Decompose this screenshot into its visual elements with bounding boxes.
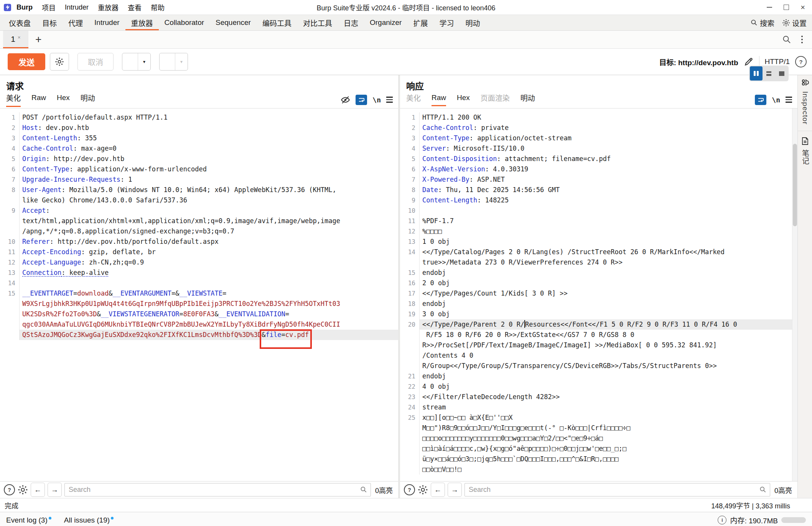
inspector-tab[interactable]: Inspector bbox=[801, 91, 809, 125]
history-forward-group[interactable]: > ▾ bbox=[159, 53, 188, 71]
line-number: 1 bbox=[400, 112, 420, 123]
line-number: 9 bbox=[0, 205, 20, 216]
show-newlines-toggle[interactable]: \n bbox=[772, 96, 780, 104]
menu-burp[interactable]: Burp bbox=[16, 3, 37, 12]
request-editor[interactable]: 1POST /portfolio/default.aspx HTTP/1.12H… bbox=[0, 108, 398, 481]
tab-logger[interactable]: 日志 bbox=[338, 15, 364, 30]
code-segment: Upgrade-Insecure-Requests bbox=[22, 176, 120, 183]
line-number: 6 bbox=[0, 164, 20, 174]
code-line bbox=[420, 205, 797, 216]
editor-menu-icon[interactable] bbox=[386, 97, 393, 102]
menu-view[interactable]: 查看 bbox=[123, 2, 146, 12]
tab-collaborator[interactable]: Collaborator bbox=[159, 15, 210, 30]
event-log-button[interactable]: Event log (3) bbox=[6, 516, 50, 524]
tab-target[interactable]: 目标 bbox=[36, 15, 63, 30]
code-line: <</Type/Pages/Count 1/Kids[ 3 0 R] >> bbox=[420, 288, 797, 299]
add-tab-button[interactable]: + bbox=[35, 31, 41, 48]
history-back-dropdown[interactable]: ▾ bbox=[138, 53, 150, 70]
settings-button[interactable]: 设置 bbox=[782, 18, 807, 28]
word-wrap-toggle[interactable] bbox=[356, 95, 367, 105]
tab-extensions[interactable]: 扩展 bbox=[407, 15, 433, 30]
tab-organizer[interactable]: Organizer bbox=[364, 15, 407, 30]
hide-eye-icon[interactable] bbox=[341, 95, 350, 105]
send-settings-button[interactable] bbox=[50, 53, 69, 71]
response-title: 响应 bbox=[406, 79, 797, 91]
response-editor[interactable]: 1HTTP/1.1 200 OK2Cache-Control: private3… bbox=[400, 108, 797, 481]
maximize-button[interactable] bbox=[784, 5, 789, 10]
search-next-button[interactable]: → bbox=[448, 483, 462, 497]
history-forward-dropdown[interactable]: ▾ bbox=[175, 53, 188, 70]
request-tab-pretty[interactable]: 美化 bbox=[6, 92, 21, 107]
tab-sequencer[interactable]: Sequencer bbox=[210, 15, 257, 30]
all-issues-button[interactable]: All issues (19) bbox=[64, 516, 112, 524]
close-button[interactable]: × bbox=[800, 3, 805, 11]
tab-close-icon[interactable]: × bbox=[18, 35, 21, 40]
response-tab-pretty[interactable]: 美化 bbox=[406, 92, 421, 107]
search-help-icon[interactable]: ? bbox=[4, 484, 15, 495]
tab-learn[interactable]: 学习 bbox=[433, 15, 460, 30]
tab-comparer[interactable]: 对比工具 bbox=[297, 15, 338, 30]
line-number: 5 bbox=[0, 154, 20, 164]
code-line: □□□□o□□□□□□□y□□□□□□□0□□wg□□□a□Y□2/□□<"□e… bbox=[420, 433, 797, 444]
menu-project[interactable]: 项目 bbox=[37, 2, 60, 12]
help-icon[interactable]: ? bbox=[795, 56, 807, 67]
scrollbar-thumb[interactable] bbox=[793, 144, 797, 226]
response-tab-hex[interactable]: Hex bbox=[457, 94, 470, 106]
code-segment: = bbox=[222, 289, 226, 297]
request-search-input[interactable] bbox=[64, 483, 371, 496]
layout-rows-button[interactable] bbox=[763, 66, 775, 81]
code-row: ü□y×□□á□□ó□3□;□jq□5h□□□`□DQ□□□I□□□,□□□^□… bbox=[400, 454, 797, 464]
tab-decoder[interactable]: 编码工具 bbox=[257, 15, 297, 30]
send-button[interactable]: 发送 bbox=[8, 53, 45, 70]
http-version-label[interactable]: HTTP/1 bbox=[765, 58, 790, 66]
tab-proxy[interactable]: 代理 bbox=[63, 15, 89, 30]
inspector-icon[interactable] bbox=[800, 77, 810, 87]
menu-intruder[interactable]: Intruder bbox=[60, 3, 93, 12]
code-segment: & bbox=[97, 310, 100, 318]
search-prev-button[interactable]: ← bbox=[431, 483, 445, 497]
notes-icon[interactable] bbox=[800, 136, 810, 146]
search-settings-gear-icon[interactable] bbox=[418, 485, 428, 495]
repeater-tab-1[interactable]: 1 × bbox=[3, 31, 28, 48]
menu-repeater[interactable]: 重放器 bbox=[93, 2, 123, 12]
code-segment: : max-age=0 bbox=[73, 145, 117, 152]
code-line: true>>/Metadata 273 0 R/ViewerPreference… bbox=[420, 257, 797, 268]
response-scrollbar[interactable] bbox=[792, 108, 797, 481]
editor-menu-icon[interactable] bbox=[786, 97, 792, 102]
search-settings-gear-icon[interactable] bbox=[18, 485, 28, 495]
code-row: 7Upgrade-Insecure-Requests: 1 bbox=[0, 174, 398, 185]
search-icon[interactable] bbox=[782, 35, 791, 44]
response-tab-raw[interactable]: Raw bbox=[432, 94, 446, 106]
history-back-group[interactable]: < ▾ bbox=[122, 53, 151, 71]
more-options-icon[interactable] bbox=[801, 36, 803, 43]
show-newlines-toggle[interactable]: \n bbox=[372, 96, 381, 104]
search-menu-button[interactable]: 搜索 bbox=[750, 18, 774, 28]
response-tab-mingdong[interactable]: 明动 bbox=[520, 92, 535, 107]
menu-help[interactable]: 帮助 bbox=[146, 2, 169, 12]
code-row: 14 bbox=[0, 278, 398, 288]
search-prev-button[interactable]: ← bbox=[31, 483, 45, 497]
word-wrap-toggle[interactable] bbox=[755, 95, 766, 105]
info-icon[interactable]: i bbox=[718, 516, 726, 524]
response-search-input[interactable] bbox=[464, 483, 770, 496]
code-segment: & bbox=[175, 289, 179, 297]
request-tab-raw[interactable]: Raw bbox=[31, 94, 46, 106]
request-tab-mingdong[interactable]: 明动 bbox=[81, 92, 95, 107]
tab-intruder[interactable]: Intruder bbox=[89, 15, 125, 30]
search-next-button[interactable]: → bbox=[48, 483, 62, 497]
line-number bbox=[0, 319, 20, 330]
search-help-icon[interactable]: ? bbox=[404, 484, 415, 495]
layout-single-button[interactable] bbox=[775, 66, 788, 81]
request-tab-hex[interactable]: Hex bbox=[57, 94, 70, 106]
line-number: 10 bbox=[0, 237, 20, 247]
line-number: 18 bbox=[400, 299, 420, 309]
notes-tab[interactable]: 笔记 bbox=[800, 150, 810, 165]
response-tab-render[interactable]: 页面渲染 bbox=[481, 92, 510, 107]
minimize-button[interactable] bbox=[767, 7, 772, 8]
code-segment: 1 0 obj bbox=[422, 238, 450, 245]
tab-repeater[interactable]: 重放器 bbox=[125, 15, 159, 30]
cancel-button[interactable]: 取消 bbox=[77, 53, 114, 71]
layout-columns-button[interactable] bbox=[750, 66, 763, 81]
tab-mingdong[interactable]: 明动 bbox=[460, 15, 486, 30]
tab-dashboard[interactable]: 仪表盘 bbox=[3, 15, 36, 30]
